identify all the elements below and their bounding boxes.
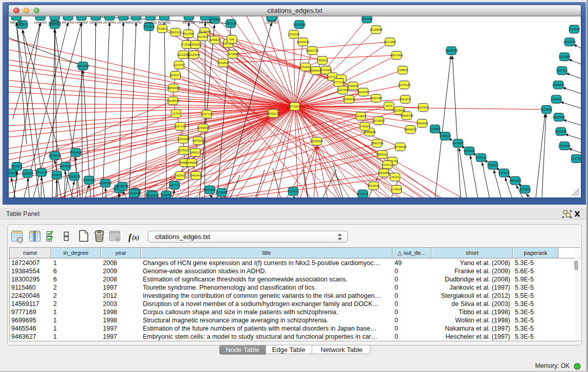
svg-text:1733426: 1733426 [391,188,402,191]
svg-text:546: 546 [229,38,234,41]
svg-text:203644: 203644 [356,115,366,118]
svg-text:1252419: 1252419 [288,33,299,36]
svg-text:7625402: 7625402 [175,174,186,177]
svg-text:12342737: 12342737 [35,171,48,174]
svg-text:18724007: 18724007 [289,105,301,108]
svg-text:9329966: 9329966 [559,55,570,58]
svg-text:28728463: 28728463 [103,20,116,24]
svg-text:8186328: 8186328 [209,38,221,41]
svg-text:19756928: 19756928 [394,145,407,148]
svg-text:1212345: 1212345 [569,28,580,31]
svg-text:13999315: 13999315 [266,20,278,24]
svg-text:12375125: 12375125 [398,83,411,86]
svg-text:7623456: 7623456 [128,192,140,195]
svg-text:12093872: 12093872 [552,83,565,86]
svg-text:16210643: 16210643 [553,116,565,119]
svg-text:18907293: 18907293 [371,142,384,145]
svg-text:19384554: 19384554 [311,140,323,143]
svg-text:3875685: 3875685 [227,53,238,56]
svg-text:3878342: 3878342 [192,139,204,142]
svg-text:7632621: 7632621 [487,164,498,167]
svg-text:19166827: 19166827 [167,99,180,102]
svg-text:95822412: 95822412 [10,20,23,24]
svg-text:10782759: 10782759 [116,185,129,188]
svg-text:3624554: 3624554 [358,91,369,94]
svg-text:9657771: 9657771 [169,184,180,187]
svg-text:19654982: 19654982 [167,86,180,90]
svg-text:9115460: 9115460 [418,106,428,109]
svg-text:10688609: 10688609 [363,130,376,134]
svg-text:22420046: 22420046 [188,53,201,56]
svg-text:16640910: 16640910 [297,40,310,43]
svg-text:7515526: 7515526 [143,25,155,28]
svg-text:25223: 25223 [391,176,399,179]
svg-text:8938923: 8938923 [440,135,451,138]
svg-text:12213967: 12213967 [384,40,397,43]
svg-text:9234561: 9234561 [288,190,299,193]
svg-text:15300273: 15300273 [267,112,280,115]
svg-text:14914479: 14914479 [190,174,203,177]
svg-text:16648784: 16648784 [445,49,458,52]
svg-text:3215958: 3215958 [541,108,552,111]
svg-text:6216: 6216 [386,104,392,107]
svg-text:17010504: 17010504 [558,144,571,147]
svg-text:3878342: 3878342 [178,149,189,152]
svg-text:763822: 763822 [158,27,167,30]
svg-text:8471676: 8471676 [498,171,510,174]
svg-text:9327503: 9327503 [197,35,208,38]
svg-text:3912954: 3912954 [183,32,194,35]
svg-text:9227342: 9227342 [556,69,568,72]
svg-text:10358107: 10358107 [99,182,112,185]
svg-text:10307487: 10307487 [370,97,383,100]
svg-text:116753: 116753 [572,157,581,160]
svg-text:15720407: 15720407 [373,119,385,122]
svg-text:89254563: 89254563 [158,20,171,24]
svg-text:23756669: 23756669 [117,20,130,24]
svg-text:10154808: 10154808 [370,28,383,31]
svg-text:20364436: 20364436 [343,98,356,101]
svg-text:9699695: 9699695 [417,122,428,125]
svg-text:1362615: 1362615 [300,65,311,69]
svg-text:746266: 746266 [360,125,370,128]
svg-text:10654112: 10654112 [509,179,521,182]
svg-text:(x): (x) [132,234,139,241]
svg-text:21668732: 21668732 [144,20,157,24]
svg-text:20206570: 20206570 [49,154,61,157]
svg-text:3660123: 3660123 [170,31,181,34]
svg-text:15751074: 15751074 [563,40,576,43]
svg-text:66629388: 66629388 [183,20,195,24]
svg-text:12505135: 12505135 [68,175,81,178]
svg-text:11700: 11700 [172,112,180,115]
svg-text:16961758: 16961758 [306,49,319,52]
svg-text:9777169: 9777169 [333,81,344,84]
svg-text:20053346: 20053346 [77,64,90,68]
svg-text:13716485: 13716485 [204,188,216,191]
svg-text:8267130: 8267130 [175,125,186,128]
svg-text:8504561: 8504561 [11,165,23,168]
svg-text:39958838: 39958838 [90,20,102,24]
svg-text:12353594: 12353594 [177,138,190,141]
svg-text:2087662: 2087662 [361,17,373,20]
svg-text:90975887: 90975887 [59,165,72,168]
svg-text:17957253: 17957253 [83,179,96,182]
svg-text:6479197: 6479197 [452,142,464,145]
svg-text:10973493: 10973493 [390,54,403,57]
svg-text:14495798: 14495798 [401,114,413,117]
svg-text:7857224: 7857224 [225,22,236,25]
svg-text:9463627: 9463627 [400,98,411,101]
svg-text:6497568: 6497568 [337,89,349,92]
svg-text:15692951: 15692951 [555,130,568,133]
svg-text:83197857: 83197857 [130,20,143,24]
svg-text:9242845: 9242845 [217,61,229,64]
svg-text:15138141: 15138141 [367,184,380,187]
svg-text:14099481: 14099481 [186,161,199,164]
svg-text:1156829: 1156829 [22,172,33,175]
svg-text:17359924: 17359924 [70,151,82,154]
svg-text:114519: 114519 [52,173,61,177]
svg-text:19654923: 19654923 [404,128,417,131]
svg-text:8038374: 8038374 [170,74,181,77]
svg-text:12353594: 12353594 [197,126,210,129]
svg-text:164095: 164095 [430,127,440,130]
svg-text:9474444: 9474444 [464,149,475,152]
svg-text:9245652: 9245652 [519,188,531,191]
